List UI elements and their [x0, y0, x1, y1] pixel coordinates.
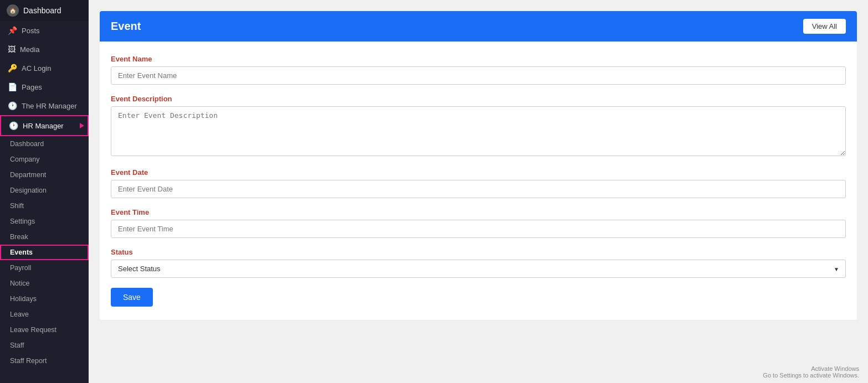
- event-form-card: Event View All Event Name Event Descript…: [100, 11, 857, 320]
- page-header: Event View All: [100, 11, 857, 42]
- event-form: Event Name Event Description Event Date …: [100, 42, 857, 320]
- sidebar: 🏠 Dashboard 📌 Posts 🖼 Media 🔑 AC Login 📄…: [0, 0, 89, 383]
- event-name-input[interactable]: [111, 66, 846, 85]
- pages-icon: 📄: [8, 82, 17, 91]
- sidebar-sub-staff-report[interactable]: Staff Report: [0, 353, 89, 369]
- media-icon: 🖼: [8, 45, 16, 54]
- the-hr-manager-icon: 🕐: [8, 101, 17, 110]
- sidebar-item-hr-manager[interactable]: 🕐 HR Manager: [0, 115, 89, 136]
- sidebar-item-posts-label: Posts: [22, 27, 40, 35]
- save-button[interactable]: Save: [111, 288, 153, 307]
- dashboard-top-label: Dashboard: [23, 6, 61, 15]
- sidebar-sub-events[interactable]: Events: [0, 245, 89, 260]
- sidebar-sub-leave[interactable]: Leave: [0, 307, 89, 322]
- hr-manager-icon: 🕐: [9, 121, 18, 130]
- sidebar-item-media[interactable]: 🖼 Media: [0, 40, 89, 59]
- sidebar-top-dashboard[interactable]: 🏠 Dashboard: [0, 0, 89, 21]
- sidebar-sub-holidays[interactable]: Holidays: [0, 291, 89, 307]
- event-time-group: Event Time: [111, 208, 846, 238]
- sidebar-sub-settings[interactable]: Settings: [0, 214, 89, 229]
- event-name-label: Event Name: [111, 55, 846, 63]
- dashboard-icon: 🏠: [7, 4, 19, 17]
- status-select-wrapper: Select Status Active Inactive ▼: [111, 260, 846, 278]
- chevron-right-icon: [80, 123, 84, 128]
- sidebar-sub-break[interactable]: Break: [0, 229, 89, 245]
- event-date-label: Event Date: [111, 168, 846, 177]
- status-group: Status Select Status Active Inactive ▼: [111, 248, 846, 278]
- page-title: Event: [111, 20, 141, 33]
- ac-login-icon: 🔑: [8, 64, 17, 73]
- sidebar-sub-designation[interactable]: Designation: [0, 183, 89, 198]
- sidebar-item-media-label: Media: [20, 45, 39, 54]
- event-time-input[interactable]: [111, 220, 846, 238]
- sidebar-sub-notice[interactable]: Notice: [0, 276, 89, 291]
- sidebar-sub-leave-request[interactable]: Leave Request: [0, 322, 89, 338]
- sidebar-sub-payroll[interactable]: Payroll: [0, 260, 89, 276]
- posts-icon: 📌: [8, 26, 17, 35]
- status-label: Status: [111, 248, 846, 256]
- sidebar-item-the-hr-manager-label: The HR Manager: [22, 102, 77, 110]
- sidebar-item-pages[interactable]: 📄 Pages: [0, 77, 89, 96]
- sidebar-sub-dashboard[interactable]: Dashboard: [0, 136, 89, 152]
- status-select[interactable]: Select Status Active Inactive: [111, 260, 846, 278]
- event-description-group: Event Description: [111, 95, 846, 158]
- sidebar-item-hr-manager-label: HR Manager: [23, 122, 64, 130]
- sidebar-item-posts[interactable]: 📌 Posts: [0, 21, 89, 40]
- event-description-input[interactable]: [111, 106, 846, 156]
- sidebar-item-ac-login-label: AC Login: [22, 64, 51, 73]
- sidebar-sub-company[interactable]: Company: [0, 152, 89, 167]
- sidebar-sub-shift[interactable]: Shift: [0, 198, 89, 214]
- event-date-input[interactable]: [111, 180, 846, 198]
- sidebar-sub-menu: Dashboard Company Department Designation…: [0, 136, 89, 369]
- sidebar-item-ac-login[interactable]: 🔑 AC Login: [0, 59, 89, 77]
- event-time-label: Event Time: [111, 208, 846, 216]
- sidebar-item-pages-label: Pages: [22, 83, 42, 91]
- sidebar-item-the-hr-manager[interactable]: 🕐 The HR Manager: [0, 96, 89, 115]
- event-description-label: Event Description: [111, 95, 846, 103]
- event-name-group: Event Name: [111, 55, 846, 85]
- sidebar-sub-staff[interactable]: Staff: [0, 338, 89, 353]
- main-content: Event View All Event Name Event Descript…: [89, 0, 868, 383]
- event-date-group: Event Date: [111, 168, 846, 198]
- sidebar-sub-department[interactable]: Department: [0, 167, 89, 183]
- view-all-button[interactable]: View All: [803, 19, 846, 34]
